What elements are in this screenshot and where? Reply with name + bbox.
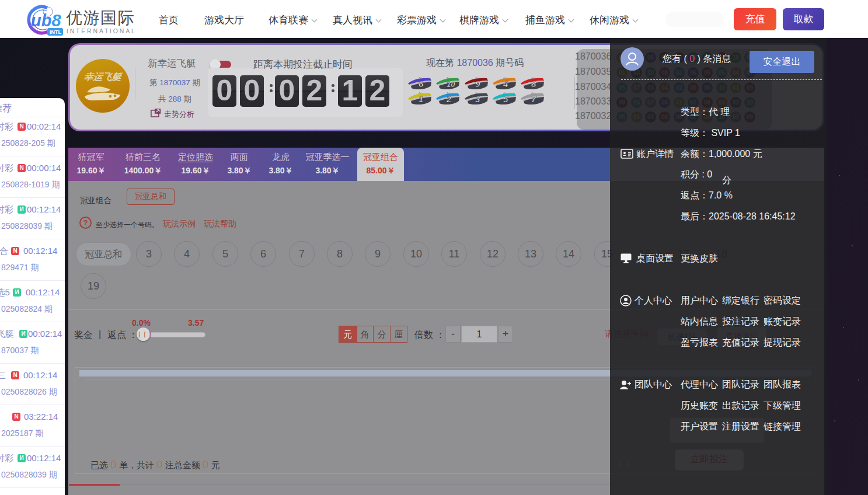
svg-text:2: 2 [446, 94, 452, 104]
svg-text:5: 5 [503, 94, 508, 104]
svg-text:ub8: ub8 [31, 11, 61, 30]
svg-text:7: 7 [531, 94, 536, 104]
svg-text:1: 1 [419, 94, 423, 104]
svg-text:6: 6 [419, 79, 424, 89]
svg-text:INTL: INTL [50, 29, 61, 35]
svg-text:3: 3 [475, 94, 480, 104]
svg-text:10: 10 [447, 80, 455, 89]
svg-text:4: 4 [503, 79, 508, 89]
svg-text:8: 8 [531, 79, 536, 89]
svg-text:9: 9 [475, 79, 480, 89]
